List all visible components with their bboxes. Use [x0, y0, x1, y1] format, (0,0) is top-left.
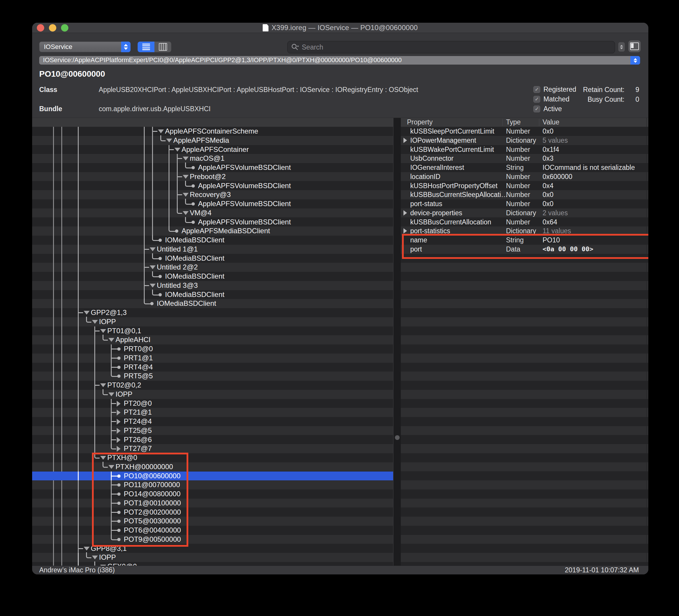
path-bar[interactable]: IOService:/AppleACPIPlatformExpert/PCI0@… [39, 56, 640, 65]
disclosure-triangle-expanded-icon[interactable] [100, 456, 106, 460]
search-input[interactable] [301, 43, 615, 52]
tree-node-ptxh-0[interactable]: PTXH@0 [32, 453, 393, 462]
tree-node-appleapfscontainer[interactable]: AppleAPFSContainer [32, 145, 393, 154]
active-checkbox[interactable]: ✓ [534, 105, 540, 112]
disclosure-triangle-collapsed-icon[interactable] [403, 138, 407, 143]
tree-node-pt27-7[interactable]: PT27@7 [32, 444, 393, 453]
tree-node-po11-00700000[interactable]: PO11@00700000 [32, 480, 393, 490]
disclosure-triangle-expanded-icon[interactable] [108, 393, 115, 396]
tree-node-pot5-00300000[interactable]: POT5@00300000 [32, 517, 393, 526]
pane-splitter[interactable] [393, 118, 401, 566]
tree-node-pot9-00500000[interactable]: POT9@00500000 [32, 535, 393, 544]
disclosure-triangle-collapsed-icon[interactable] [117, 409, 121, 415]
tree-node-appleapfsvolumebsdclient[interactable]: AppleAPFSVolumeBSDClient [32, 163, 393, 172]
registry-tree-pane[interactable]: AppleAPFSContainerSchemeAppleAPFSMediaAp… [32, 118, 393, 566]
tree-node-iomediabsdclient[interactable]: IOMediaBSDClient [32, 299, 393, 308]
tree-node-appleahci[interactable]: AppleAHCI [32, 335, 393, 344]
tree-node-appleapfsvolumebsdclient[interactable]: AppleAPFSVolumeBSDClient [32, 218, 393, 227]
property-row-name[interactable]: nameStringPO10 [401, 236, 648, 245]
tree-node-iomediabsdclient[interactable]: IOMediaBSDClient [32, 254, 393, 263]
tree-node-recovery-3[interactable]: Recovery@3 [32, 190, 393, 199]
tree-node-iopp[interactable]: IOPP [32, 390, 393, 399]
path-stepper-icon[interactable] [630, 56, 640, 65]
toggle-inspector-button[interactable] [628, 40, 641, 52]
history-stepper[interactable] [618, 42, 625, 52]
disclosure-triangle-expanded-icon[interactable] [183, 211, 189, 215]
property-row-iopowermanagement[interactable]: IOPowerManagementDictionary5 values [401, 136, 648, 145]
tree-node-ptxh-00000000[interactable]: PTXH@00000000 [32, 462, 393, 471]
minimize-window-button[interactable] [49, 24, 56, 32]
tree-node-untitled-3-3[interactable]: Untitled 3@3 [32, 281, 393, 290]
zoom-window-button[interactable] [61, 24, 68, 32]
property-row-kusbbuscurrentallocation[interactable]: kUSBBusCurrentAllocationNumber0x64 [401, 218, 648, 227]
disclosure-triangle-expanded-icon[interactable] [174, 148, 181, 152]
property-row-kusbbuscurrentsleepallocati-[interactable]: kUSBBusCurrentSleepAllocati…Number0x0 [401, 190, 648, 199]
tree-node-gpp2-1-3[interactable]: GPP2@1,3 [32, 308, 393, 317]
tree-node-prt0-0[interactable]: PRT0@0 [32, 344, 393, 353]
tree-node-iopp[interactable]: IOPP [32, 317, 393, 327]
tree-node-iomediabsdclient[interactable]: IOMediaBSDClient [32, 236, 393, 245]
tree-node-po14-00800000[interactable]: PO14@00800000 [32, 490, 393, 499]
tree-node-po10-00600000[interactable]: PO10@00600000 [32, 471, 393, 481]
disclosure-triangle-expanded-icon[interactable] [108, 465, 115, 469]
tree-node-vm-4[interactable]: VM@4 [32, 209, 393, 218]
column-header-type[interactable]: Type [506, 118, 521, 126]
list-view-button[interactable] [138, 41, 154, 52]
tree-node-appleapfscontainerscheme[interactable]: AppleAPFSContainerScheme [32, 127, 393, 136]
disclosure-triangle-expanded-icon[interactable] [150, 284, 156, 287]
tree-node-pt01-0-1[interactable]: PT01@0,1 [32, 327, 393, 336]
tree-node-untitled-1-1[interactable]: Untitled 1@1 [32, 245, 393, 254]
disclosure-triangle-collapsed-icon[interactable] [117, 401, 121, 407]
tree-node-prt1-1[interactable]: PRT1@1 [32, 353, 393, 363]
property-row-usbconnector[interactable]: UsbConnectorNumber0x3 [401, 154, 648, 163]
tree-node-pt24-4[interactable]: PT24@4 [32, 417, 393, 426]
column-separator[interactable] [539, 119, 539, 126]
registered-checkbox[interactable]: ✓ [534, 86, 540, 93]
tree-node-pt21-1[interactable]: PT21@1 [32, 408, 393, 417]
column-header-property[interactable]: Property [407, 118, 432, 126]
disclosure-triangle-expanded-icon[interactable] [92, 556, 98, 559]
property-row-port[interactable]: portData<0a 00 00 00> [401, 245, 648, 254]
property-row-device-properties[interactable]: device-propertiesDictionary2 values [401, 209, 648, 218]
column-header-value[interactable]: Value [543, 118, 559, 126]
property-table-pane[interactable]: Property Type Value kUSBSleepPortCurrent… [401, 118, 648, 566]
tree-node-appleapfsvolumebsdclient[interactable]: AppleAPFSVolumeBSDClient [32, 181, 393, 190]
property-row-kusbwakeportcurrentlimit[interactable]: kUSBWakePortCurrentLimitNumber0x1f4 [401, 145, 648, 154]
disclosure-triangle-expanded-icon[interactable] [183, 193, 189, 197]
disclosure-triangle-collapsed-icon[interactable] [117, 437, 121, 443]
property-row-port-status[interactable]: port-statusNumber0x0 [401, 199, 648, 209]
property-row-locationid[interactable]: locationIDNumber0x600000 [401, 172, 648, 181]
disclosure-triangle-collapsed-icon[interactable] [117, 428, 121, 434]
tree-node-pt02-0-2[interactable]: PT02@0,2 [32, 381, 393, 390]
disclosure-triangle-collapsed-icon[interactable] [117, 446, 121, 452]
disclosure-triangle-expanded-icon[interactable] [183, 175, 189, 179]
matched-checkbox[interactable]: ✓ [534, 96, 540, 103]
tree-node-pot1-00100000[interactable]: POT1@00100000 [32, 499, 393, 508]
tree-node-appleapfsmediabsdclient[interactable]: AppleAPFSMediaBSDClient [32, 226, 393, 236]
splitter-handle-icon[interactable] [395, 435, 399, 440]
tree-node-pt25-5[interactable]: PT25@5 [32, 426, 393, 435]
plane-popup-button[interactable]: IOService [39, 41, 131, 52]
tree-node-gpp8-3-1[interactable]: GPP8@3,1 [32, 544, 393, 553]
property-row-kusbsleepportcurrentlimit[interactable]: kUSBSleepPortCurrentLimitNumber0x0 [401, 127, 648, 136]
tree-node-pt26-6[interactable]: PT26@6 [32, 435, 393, 444]
disclosure-triangle-expanded-icon[interactable] [150, 247, 156, 251]
tree-node-iopp[interactable]: IOPP [32, 553, 393, 562]
tree-node-pot6-00400000[interactable]: POT6@00400000 [32, 526, 393, 535]
disclosure-triangle-collapsed-icon[interactable] [117, 419, 121, 425]
tree-node-macos-1[interactable]: macOS@1 [32, 154, 393, 163]
disclosure-triangle-collapsed-icon[interactable] [403, 210, 407, 216]
disclosure-triangle-expanded-icon[interactable] [100, 329, 106, 333]
tree-node-appleapfsvolumebsdclient[interactable]: AppleAPFSVolumeBSDClient [32, 199, 393, 209]
property-row-kusbhostportpropertyoffset[interactable]: kUSBHostPortPropertyOffsetNumber0x4 [401, 181, 648, 190]
tree-node-pot2-00200000[interactable]: POT2@00200000 [32, 508, 393, 517]
disclosure-triangle-expanded-icon[interactable] [92, 320, 98, 324]
disclosure-triangle-expanded-icon[interactable] [183, 157, 189, 160]
property-row-iogeneralinterest[interactable]: IOGeneralInterestStringIOCommand is not … [401, 163, 648, 172]
column-view-button[interactable] [154, 41, 171, 52]
tree-node-prt4-4[interactable]: PRT4@4 [32, 363, 393, 372]
search-field[interactable] [287, 41, 615, 53]
tree-node-appleapfsmedia[interactable]: AppleAPFSMedia [32, 136, 393, 145]
disclosure-triangle-expanded-icon[interactable] [158, 129, 164, 133]
disclosure-triangle-expanded-icon[interactable] [100, 383, 106, 387]
